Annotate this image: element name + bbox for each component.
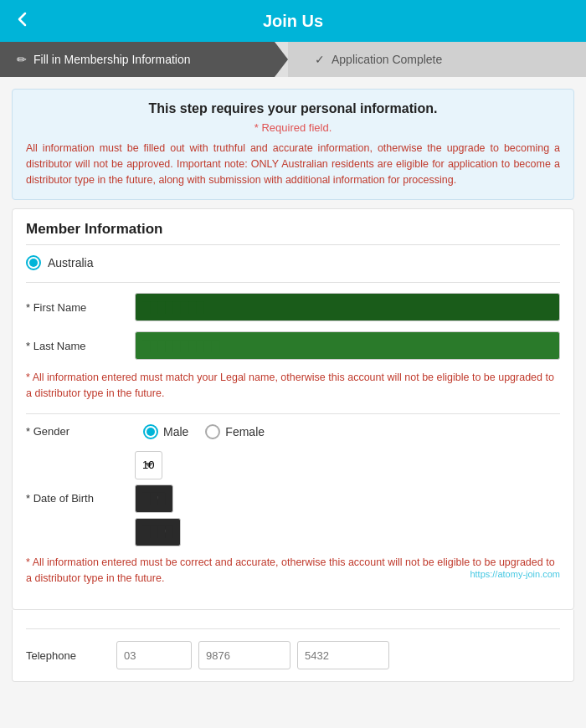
- page-title: Join Us: [263, 12, 323, 31]
- step-fill-info: ✏ Fill in Membership Information: [0, 42, 288, 77]
- info-warning: All information must be filled out with …: [26, 141, 560, 187]
- dob-year-row: ████: [26, 518, 560, 546]
- country-radio[interactable]: [26, 255, 41, 270]
- radio-selected-indicator: [29, 259, 38, 267]
- check-icon: ✓: [315, 53, 325, 66]
- telephone-row: Telephone: [26, 641, 560, 669]
- telephone-number-input-1[interactable]: [198, 641, 290, 669]
- telephone-section: Telephone: [12, 610, 574, 682]
- divider-2: [26, 413, 560, 414]
- gender-female-label: Female: [225, 425, 265, 438]
- dob-day-row: 10: [26, 451, 560, 479]
- gender-options: Male Female: [143, 424, 560, 439]
- telephone-area-input[interactable]: [116, 641, 192, 669]
- dob-day-select[interactable]: 10: [135, 451, 162, 479]
- first-name-row: * First Name: [26, 293, 560, 321]
- dob-day-wrapper: 10: [135, 451, 560, 479]
- first-name-label: * First Name: [26, 301, 126, 314]
- step-complete: ✓ Application Complete: [288, 42, 586, 77]
- last-name-row: * Last Name: [26, 331, 560, 360]
- radio-male-indicator: [146, 428, 155, 436]
- dob-month-select[interactable]: ███: [135, 484, 173, 513]
- telephone-label: Telephone: [26, 649, 110, 662]
- dob-label: * Date of Birth: [26, 492, 126, 505]
- dob-year-wrapper: ████: [135, 518, 560, 546]
- gender-label: * Gender: [26, 425, 126, 438]
- header: Join Us: [0, 0, 586, 42]
- country-label: Australia: [48, 256, 93, 269]
- last-name-label: * Last Name: [26, 340, 126, 352]
- progress-steps: ✏ Fill in Membership Information ✓ Appli…: [0, 42, 586, 77]
- info-box: This step requires your personal informa…: [12, 89, 574, 200]
- last-name-input[interactable]: [135, 331, 560, 360]
- section-title: Member Information: [26, 221, 560, 245]
- dob-year-select[interactable]: ████: [135, 518, 181, 546]
- gender-male-option[interactable]: Male: [143, 424, 188, 439]
- gender-female-radio[interactable]: [205, 424, 220, 439]
- info-title: This step requires your personal informa…: [26, 101, 560, 116]
- first-name-input[interactable]: [135, 293, 560, 321]
- back-button[interactable]: [13, 10, 32, 33]
- gender-male-radio[interactable]: [143, 424, 158, 439]
- dob-group: 10 * Date of Birth ███ ████: [26, 451, 560, 546]
- edit-icon: ✏: [17, 53, 27, 66]
- watermark: https://atomy-join.com: [470, 569, 560, 579]
- gender-male-label: Male: [163, 425, 188, 438]
- dob-month-row: * Date of Birth ███: [26, 484, 560, 513]
- dob-month-wrapper: ███: [135, 484, 560, 513]
- legal-note: * All information entered must match you…: [26, 370, 560, 402]
- divider-1: [26, 282, 560, 283]
- member-information-section: Member Information Australia * First Nam…: [12, 208, 574, 610]
- gender-female-option[interactable]: Female: [205, 424, 265, 439]
- required-note: * Required field.: [26, 121, 560, 134]
- gender-row: * Gender Male Female: [26, 424, 560, 439]
- telephone-number-input-2[interactable]: [297, 641, 389, 669]
- country-row: Australia: [26, 255, 560, 270]
- divider-tel: [26, 628, 560, 629]
